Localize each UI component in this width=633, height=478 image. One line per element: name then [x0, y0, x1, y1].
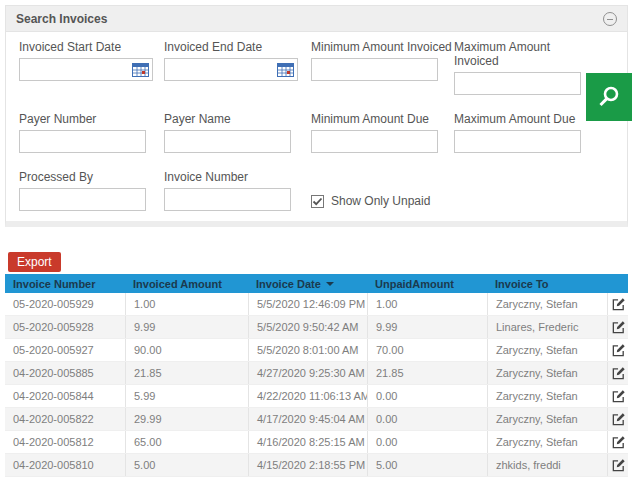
- edit-icon: [611, 412, 626, 427]
- field-invoiced-end-date: Invoiced End Date: [164, 40, 311, 95]
- column-header-invoice-date[interactable]: Invoice Date: [248, 274, 367, 293]
- panel-body: Invoiced Start DateInvoiced End DateMini…: [6, 32, 627, 221]
- edit-row-button[interactable]: [611, 389, 626, 404]
- column-header-unpaid-amount[interactable]: UnpaidAmount: [367, 274, 487, 293]
- invoiced-end-date-input-wrap: [164, 58, 298, 81]
- search-button[interactable]: [586, 73, 632, 121]
- minimum-amount-invoiced-input[interactable]: [311, 58, 438, 81]
- cell-edit: [607, 362, 628, 384]
- cell-edit: [607, 293, 628, 315]
- table-row: 05-2020-00592790.005/5/2020 8:01:00 AM70…: [5, 339, 628, 362]
- field-label: Payer Name: [164, 112, 311, 126]
- payer-number-input[interactable]: [19, 130, 146, 153]
- edit-icon: [611, 458, 626, 473]
- field-minimum-amount-invoiced: Minimum Amount Invoiced: [311, 40, 454, 95]
- cell-invoice-to: Zaryczny, Stefan: [487, 362, 607, 384]
- cell-invoice-to: Zaryczny, Stefan: [487, 339, 607, 361]
- payer-name-input[interactable]: [164, 130, 291, 153]
- calendar-icon[interactable]: [277, 62, 297, 77]
- show-only-unpaid-label: Show Only Unpaid: [331, 194, 430, 208]
- cell-unpaid-amount: 0.00: [367, 408, 487, 430]
- maximum-amount-invoiced-input[interactable]: [454, 72, 581, 95]
- edit-row-button[interactable]: [611, 366, 626, 381]
- cell-invoice-number: 04-2020-005810: [5, 454, 125, 476]
- cell-unpaid-amount: 70.00: [367, 339, 487, 361]
- invoice-number-input[interactable]: [164, 188, 291, 211]
- search-icon: [596, 84, 622, 110]
- cell-invoice-number: 04-2020-005844: [5, 385, 125, 407]
- field-label: Invoice Number: [164, 170, 311, 184]
- cell-invoice-date: 4/27/2020 9:25:30 AM: [248, 362, 367, 384]
- search-invoices-panel: Search Invoices Invoiced Start DateInvoi…: [5, 5, 628, 227]
- cell-invoice-number: 05-2020-005927: [5, 339, 125, 361]
- cell-invoice-to: zhkids, freddi: [487, 454, 607, 476]
- cell-unpaid-amount: 0.00: [367, 385, 487, 407]
- cell-edit: [607, 408, 628, 430]
- field-label: Invoiced Start Date: [19, 40, 164, 54]
- panel-header: Search Invoices: [6, 6, 627, 32]
- cell-invoice-date: 5/5/2020 8:01:00 AM: [248, 339, 367, 361]
- maximum-amount-due-input[interactable]: [454, 130, 581, 153]
- show-only-unpaid-checkbox[interactable]: [311, 195, 324, 208]
- edit-row-button[interactable]: [611, 458, 626, 473]
- edit-row-button[interactable]: [611, 412, 626, 427]
- field-label: Minimum Amount Invoiced: [311, 40, 454, 54]
- field-processed-by: Processed By: [19, 170, 164, 211]
- field-label: Maximum Amount Due: [454, 112, 594, 126]
- collapse-panel-button[interactable]: [603, 12, 617, 26]
- cell-invoice-number: 05-2020-005928: [5, 316, 125, 338]
- processed-by-input[interactable]: [19, 188, 146, 211]
- field-label: Maximum Amount Invoiced: [454, 40, 594, 68]
- cell-invoice-to: Zaryczny, Stefan: [487, 385, 607, 407]
- cell-invoiced-amount: 5.99: [125, 385, 248, 407]
- edit-row-button[interactable]: [611, 435, 626, 450]
- cell-invoice-number: 04-2020-005885: [5, 362, 125, 384]
- invoiced-start-date-input[interactable]: [20, 61, 132, 79]
- cell-invoice-date: 5/5/2020 9:50:42 AM: [248, 316, 367, 338]
- page: Search Invoices Invoiced Start DateInvoi…: [0, 0, 633, 478]
- field-maximum-amount-invoiced: Maximum Amount Invoiced: [454, 40, 594, 95]
- field-invoiced-start-date: Invoiced Start Date: [19, 40, 164, 95]
- cell-invoiced-amount: 90.00: [125, 339, 248, 361]
- field-maximum-amount-due: Maximum Amount Due: [454, 112, 594, 153]
- column-header-invoiced-amount[interactable]: Invoiced Amount: [125, 274, 248, 293]
- cell-invoiced-amount: 5.00: [125, 454, 248, 476]
- edit-row-button[interactable]: [611, 343, 626, 358]
- invoiced-start-date-input-wrap: [19, 58, 153, 81]
- cell-invoice-to: Zaryczny, Stefan: [487, 293, 607, 315]
- edit-icon: [611, 389, 626, 404]
- calendar-icon[interactable]: [132, 62, 152, 77]
- column-header-invoice-number[interactable]: Invoice Number: [5, 274, 125, 293]
- field-payer-name: Payer Name: [164, 112, 311, 153]
- cell-invoice-number: 04-2020-005822: [5, 408, 125, 430]
- table-row: 04-2020-00588521.854/27/2020 9:25:30 AM2…: [5, 362, 628, 385]
- cell-invoice-date: 4/22/2020 11:06:13 AM: [248, 385, 367, 407]
- cell-invoice-number: 05-2020-005929: [5, 293, 125, 315]
- edit-row-button[interactable]: [611, 320, 626, 335]
- invoice-table-body: 05-2020-0059291.005/5/2020 12:46:09 PM1.…: [5, 293, 628, 477]
- table-row: 05-2020-0059289.995/5/2020 9:50:42 AM9.9…: [5, 316, 628, 339]
- edit-icon: [611, 343, 626, 358]
- cell-invoice-date: 4/16/2020 8:25:15 AM: [248, 431, 367, 453]
- cell-invoice-date: 4/15/2020 2:18:55 PM: [248, 454, 367, 476]
- invoiced-end-date-input[interactable]: [165, 61, 277, 79]
- table-row: 04-2020-00581265.004/16/2020 8:25:15 AM0…: [5, 431, 628, 454]
- column-header-edit: [607, 274, 628, 293]
- export-button[interactable]: Export: [8, 252, 61, 272]
- cell-invoice-to: Zaryczny, Stefan: [487, 431, 607, 453]
- cell-invoiced-amount: 9.99: [125, 316, 248, 338]
- field-label: Invoiced End Date: [164, 40, 311, 54]
- cell-edit: [607, 339, 628, 361]
- field-label: Processed By: [19, 170, 164, 184]
- check-icon: [312, 196, 323, 207]
- edit-row-button[interactable]: [611, 297, 626, 312]
- invoice-table: Invoice Number Invoiced Amount Invoice D…: [5, 274, 628, 477]
- minimum-amount-due-input[interactable]: [311, 130, 438, 153]
- search-fields-grid: Invoiced Start DateInvoiced End DateMini…: [19, 40, 627, 211]
- cell-unpaid-amount: 5.00: [367, 454, 487, 476]
- column-header-invoice-to[interactable]: Invoice To: [487, 274, 607, 293]
- field-label: Payer Number: [19, 112, 164, 126]
- field-invoice-number: Invoice Number: [164, 170, 311, 211]
- cell-invoice-date: 4/17/2020 9:45:04 AM: [248, 408, 367, 430]
- cell-invoiced-amount: 65.00: [125, 431, 248, 453]
